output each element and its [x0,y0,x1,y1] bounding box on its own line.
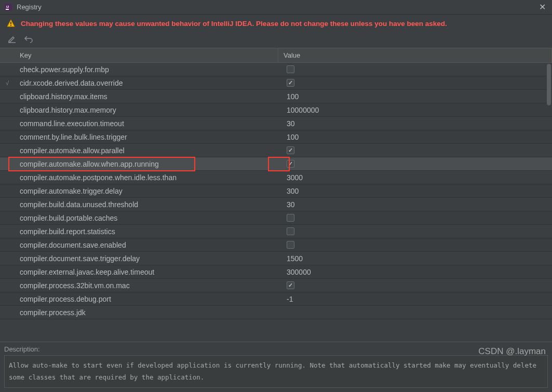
app-icon: IJ [4,3,12,11]
window-title: Registry [17,3,42,11]
table-row[interactable]: clipboard.history.max.items100 [0,90,552,103]
checkbox[interactable] [287,227,294,235]
revert-icon[interactable] [24,34,33,44]
checkbox[interactable] [287,65,294,73]
table-row[interactable]: clipboard.history.max.memory10000000 [0,103,552,117]
table-row[interactable]: compiler.process.jdk [0,306,552,319]
checkbox[interactable] [287,160,294,168]
registry-key: compiler.build.data.unused.threshold [15,200,278,209]
registry-key: compiler.automake.trigger.delay [15,187,278,195]
registry-key: compiler.external.javac.keep.alive.timeo… [15,268,278,276]
table-body[interactable]: check.power.supply.for.mbp√cidr.xcode.de… [0,63,552,319]
table-row[interactable]: √cidr.xcode.derived.data.override [0,76,552,90]
table-row[interactable]: check.power.supply.for.mbp [0,63,552,76]
table-row[interactable]: compiler.build.portable.caches [0,211,552,225]
column-header-value[interactable]: Value [278,48,552,62]
modified-marker: √ [0,80,15,86]
registry-value[interactable] [278,160,552,168]
table-row[interactable]: command.line.execution.timeout30 [0,117,552,130]
table-row[interactable]: compiler.process.32bit.vm.on.mac [0,279,552,292]
svg-text:IJ: IJ [6,5,9,8]
edit-icon[interactable] [7,34,17,44]
close-icon[interactable]: ✕ [537,2,548,12]
registry-value[interactable] [278,227,552,235]
checkbox[interactable] [287,214,294,222]
watermark: CSDN @.layman [478,346,546,357]
registry-key: compiler.document.save.enabled [15,241,278,249]
svg-rect-1 [6,9,9,10]
registry-key: command.line.execution.timeout [15,119,278,128]
registry-key: comment.by.line.bulk.lines.trigger [15,133,278,141]
checkbox[interactable] [287,146,294,154]
table-row[interactable]: compiler.automake.allow.when.app.running [0,157,552,171]
table-row[interactable]: compiler.build.data.unused.threshold30 [0,198,552,211]
registry-key: compiler.build.report.statistics [15,227,278,236]
registry-key: cidr.xcode.derived.data.override [15,79,278,87]
registry-key: clipboard.history.max.items [15,92,278,101]
registry-value[interactable]: 1500 [278,254,552,263]
registry-value[interactable]: 300000 [278,268,552,276]
checkbox[interactable] [287,79,294,87]
toolbar [0,32,552,48]
registry-value[interactable] [278,214,552,222]
titlebar: IJ Registry ✕ [0,0,552,15]
registry-value[interactable]: 3000 [278,173,552,182]
warning-icon [6,19,16,28]
table-row[interactable]: compiler.build.report.statistics [0,225,552,238]
registry-value[interactable]: 100 [278,92,552,101]
registry-value[interactable] [278,146,552,154]
registry-value[interactable] [278,281,552,289]
registry-key: compiler.process.32bit.vm.on.mac [15,281,278,290]
table-row[interactable]: compiler.document.save.trigger.delay1500 [0,252,552,265]
svg-rect-3 [10,22,11,24]
table-header: Key Value [0,48,552,63]
registry-key: compiler.build.portable.caches [15,214,278,222]
registry-key: compiler.automake.postpone.when.idle.les… [15,173,278,182]
registry-value[interactable]: 300 [278,187,552,195]
footer: Description: Allow auto-make to start ev… [0,342,552,392]
scrollbar-thumb[interactable] [547,64,551,105]
registry-key: compiler.automake.allow.when.app.running [15,160,278,168]
registry-key: clipboard.history.max.memory [15,106,278,114]
registry-value[interactable] [278,79,552,87]
registry-key: compiler.process.jdk [15,308,278,317]
table-row[interactable]: compiler.document.save.enabled [0,238,552,252]
warning-bar: Changing these values may cause unwanted… [0,15,552,32]
registry-value[interactable] [278,241,552,249]
registry-table: Key Value check.power.supply.for.mbp√cid… [0,48,552,342]
registry-value[interactable] [278,65,552,73]
registry-value[interactable]: -1 [278,295,552,303]
registry-key: check.power.supply.for.mbp [15,65,278,74]
warning-text: Changing these values may cause unwanted… [21,20,447,28]
table-row[interactable]: compiler.automake.allow.parallel [0,144,552,157]
registry-value[interactable]: 30 [278,200,552,209]
checkbox[interactable] [287,241,294,249]
table-row[interactable]: compiler.external.javac.keep.alive.timeo… [0,265,552,279]
registry-value[interactable]: 10000000 [278,106,552,114]
registry-value[interactable]: 30 [278,119,552,128]
registry-key: compiler.document.save.trigger.delay [15,254,278,263]
svg-rect-4 [10,25,11,26]
registry-key: compiler.process.debug.port [15,295,278,303]
column-header-key[interactable]: Key [0,48,278,62]
registry-key: compiler.automake.allow.parallel [15,146,278,155]
registry-value[interactable]: 100 [278,133,552,141]
table-row[interactable]: compiler.automake.postpone.when.idle.les… [0,171,552,184]
checkbox[interactable] [287,281,294,289]
table-row[interactable]: compiler.process.debug.port-1 [0,292,552,306]
table-row[interactable]: compiler.automake.trigger.delay300 [0,184,552,198]
table-row[interactable]: comment.by.line.bulk.lines.trigger100 [0,130,552,144]
description-text: Allow auto-make to start even if develop… [4,355,548,388]
description-label: Description: [4,345,548,353]
